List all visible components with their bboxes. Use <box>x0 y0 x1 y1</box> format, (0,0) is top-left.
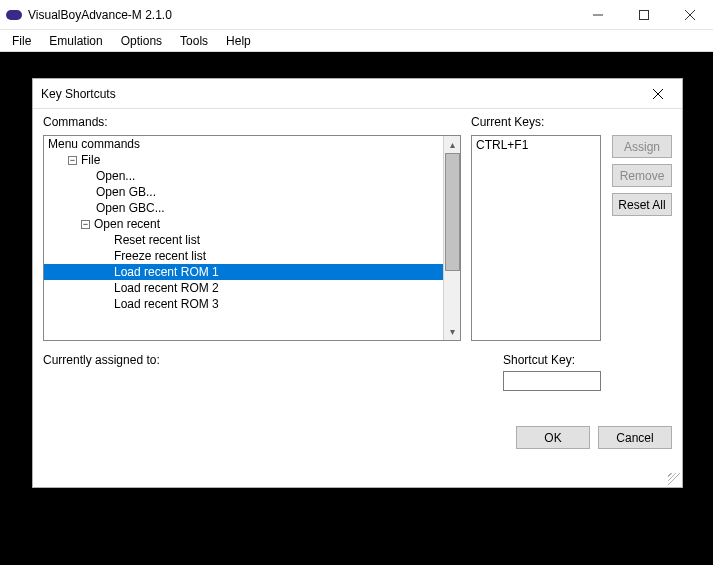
tree-item[interactable]: Open GB... <box>44 184 443 200</box>
tree-item-label: Load recent ROM 3 <box>114 297 219 311</box>
tree-item[interactable]: Load recent ROM 3 <box>44 296 443 312</box>
client-area: Key Shortcuts Commands: Current Keys: Me… <box>0 52 713 565</box>
tree-item[interactable]: Open... <box>44 168 443 184</box>
menu-tools[interactable]: Tools <box>172 32 216 50</box>
reset-all-button[interactable]: Reset All <box>612 193 672 216</box>
tree-item[interactable]: −Open recent <box>44 216 443 232</box>
dialog-footer: OK Cancel <box>516 426 672 449</box>
tree-item-label: Load recent ROM 2 <box>114 281 219 295</box>
minimize-button[interactable] <box>575 0 621 29</box>
current-keys-label: Current Keys: <box>471 115 544 129</box>
close-button[interactable] <box>667 0 713 29</box>
commands-label: Commands: <box>43 115 108 129</box>
shortcut-key-input[interactable] <box>503 371 601 391</box>
menubar: File Emulation Options Tools Help <box>0 30 713 52</box>
tree-item-label: File <box>81 153 100 167</box>
current-key-item[interactable]: CTRL+F1 <box>476 138 596 152</box>
window-titlebar: VisualBoyAdvance-M 2.1.0 <box>0 0 713 30</box>
app-icon <box>6 10 22 20</box>
tree-item-label: Reset recent list <box>114 233 200 247</box>
ok-button[interactable]: OK <box>516 426 590 449</box>
key-shortcuts-dialog: Key Shortcuts Commands: Current Keys: Me… <box>32 78 683 488</box>
tree-item[interactable]: Load recent ROM 2 <box>44 280 443 296</box>
maximize-button[interactable] <box>621 0 667 29</box>
tree-item-label: Freeze recent list <box>114 249 206 263</box>
tree-item[interactable]: Reset recent list <box>44 232 443 248</box>
window-buttons <box>575 0 713 29</box>
dialog-close-button[interactable] <box>642 83 674 105</box>
tree-item-label: Menu commands <box>48 137 140 151</box>
remove-button[interactable]: Remove <box>612 164 672 187</box>
tree-item-label: Open GBC... <box>96 201 165 215</box>
scroll-thumb[interactable] <box>445 153 460 271</box>
dialog-titlebar: Key Shortcuts <box>33 79 682 109</box>
tree-item[interactable]: −File <box>44 152 443 168</box>
tree-item[interactable]: Freeze recent list <box>44 248 443 264</box>
tree-item[interactable]: Menu commands <box>44 136 443 152</box>
resize-grip-icon[interactable] <box>668 473 680 485</box>
menu-help[interactable]: Help <box>218 32 259 50</box>
shortcut-key-label: Shortcut Key: <box>503 353 575 367</box>
dialog-title: Key Shortcuts <box>41 87 116 101</box>
collapse-icon[interactable]: − <box>81 220 90 229</box>
svg-rect-1 <box>640 10 649 19</box>
side-buttons: Assign Remove Reset All <box>612 135 672 216</box>
assign-button[interactable]: Assign <box>612 135 672 158</box>
tree-scrollbar[interactable]: ▴ ▾ <box>443 136 460 340</box>
tree-item-label: Load recent ROM 1 <box>114 265 219 279</box>
menu-emulation[interactable]: Emulation <box>41 32 110 50</box>
tree-item-label: Open recent <box>94 217 160 231</box>
menu-options[interactable]: Options <box>113 32 170 50</box>
dialog-body: Commands: Current Keys: Menu commands−Fi… <box>33 109 682 487</box>
cancel-button[interactable]: Cancel <box>598 426 672 449</box>
tree-item-selected[interactable]: Load recent ROM 1 <box>44 264 443 280</box>
tree-item-label: Open... <box>96 169 135 183</box>
current-keys-list[interactable]: CTRL+F1 <box>471 135 601 341</box>
currently-assigned-label: Currently assigned to: <box>43 353 160 367</box>
tree-item-label: Open GB... <box>96 185 156 199</box>
scroll-up-icon[interactable]: ▴ <box>444 136 460 153</box>
tree-item[interactable]: Open GBC... <box>44 200 443 216</box>
commands-tree[interactable]: Menu commands−FileOpen...Open GB...Open … <box>43 135 461 341</box>
scroll-down-icon[interactable]: ▾ <box>444 323 460 340</box>
menu-file[interactable]: File <box>4 32 39 50</box>
window-title: VisualBoyAdvance-M 2.1.0 <box>28 8 172 22</box>
collapse-icon[interactable]: − <box>68 156 77 165</box>
